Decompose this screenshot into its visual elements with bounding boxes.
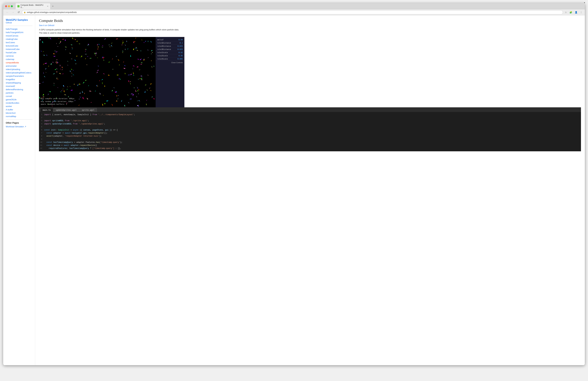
sidebar-item-renderBundles[interactable]: renderBundles (6, 102, 32, 104)
code-line-9: 9 (39, 138, 581, 141)
sidebar-item-computeBoids[interactable]: computeBoids (6, 61, 32, 64)
sidebar-item-normalMap[interactable]: normalMap (6, 115, 32, 117)
controls-panel: deltaT0.04rule1Distance0.1rule2Distance0… (156, 37, 184, 107)
line-number: 5 (39, 126, 44, 129)
boids-svg (39, 37, 156, 107)
code-line-10: 10 const hasTimestampQuery = adapter.fea… (39, 141, 581, 144)
sidebar-item-gameOfLife[interactable]: gameOfLife (6, 98, 32, 101)
file-tab-main.ts[interactable]: main.ts (40, 108, 53, 112)
sidebar-item-bitonicSort[interactable]: bitonicSort (6, 112, 32, 114)
control-value[interactable]: 0.1 (180, 42, 183, 44)
sidebar-item-animometer[interactable]: animometer (6, 65, 32, 67)
code-line-11: 11 const device = await adapter.requestD… (39, 144, 581, 147)
control-label: rule1Scale (157, 51, 168, 54)
url-bar[interactable]: 🔒 webgpu.github.io/webgpu-samples/sample… (22, 10, 563, 14)
control-label: rule3Distance (157, 48, 171, 50)
active-tab[interactable]: Compute Boids - WebGPU S... ✕ (15, 3, 50, 9)
compute-pass-stat: avg compute pass duration: 886µs (41, 97, 74, 100)
traffic-lights (5, 5, 13, 7)
page-content: WebGPU Samples Github helloTrianglehello… (3, 15, 585, 365)
control-label: rule2Distance (157, 45, 171, 47)
extensions-icon[interactable]: 🧩 (569, 10, 573, 14)
tab-favicon (17, 5, 20, 7)
bookmark-icon[interactable]: ☆ (564, 10, 567, 14)
file-tab-updateSprites.wgsl[interactable]: updateSprites.wgsl (54, 108, 79, 112)
line-number: 3 (39, 119, 44, 122)
sidebar-item-resizeCanvas[interactable]: resizeCanvas (6, 35, 32, 37)
line-number: 12 (39, 147, 44, 150)
profile-icon[interactable]: 👤 (574, 10, 578, 14)
code-lines: 1import { assert, makeSample, SampleInit… (39, 113, 581, 150)
sidebar-item-cubemap[interactable]: cubemap (6, 58, 32, 61)
control-row-rule3Scale: rule3Scale0.005 (156, 57, 184, 61)
workload-simulator-label: Workload Simulator (6, 125, 24, 128)
sidebar-item-samplerParameters[interactable]: samplerParameters (6, 75, 32, 77)
sidebar-item-instancedCube[interactable]: instancedCube (6, 48, 32, 50)
control-value[interactable]: 0.025 (178, 45, 183, 47)
line-content: import { assert, makeSample, SampleInit … (44, 113, 135, 116)
line-content (44, 138, 45, 141)
control-row-rule2Scale: rule2Scale0.05 (156, 54, 184, 57)
toolbar: ← → ↺ 🔒 webgpu.github.io/webgpu-samples/… (3, 9, 585, 15)
minimize-button[interactable] (8, 5, 10, 7)
sidebar-item-deferredRendering[interactable]: deferredRendering (6, 88, 32, 91)
sidebar-item-texturedCube[interactable]: texturedCube (6, 45, 32, 47)
new-tab-button[interactable]: + (51, 4, 55, 8)
control-value[interactable]: 0.05 (179, 55, 183, 57)
sidebar-item-twoCubes[interactable]: twoCubes (6, 41, 32, 44)
code-line-3: 3import spriteWGSL from './sprite.wgsl'; (39, 119, 581, 122)
file-tabs: main.tsupdateSprites.wgslsprite.wgsl (40, 108, 97, 112)
simulation-canvas: avg compute pass duration: 886µs avg ren… (39, 37, 156, 107)
tab-title: Compute Boids - WebGPU S... (21, 4, 45, 8)
sidebar-item-fractalCube[interactable]: fractalCube (6, 51, 32, 54)
external-link-icon: ↗ (24, 125, 26, 128)
code-line-7: 7 const adapter = await navigator.gpu.re… (39, 132, 581, 135)
line-number: 11 (39, 144, 44, 147)
see-on-github-link[interactable]: See it on Github! (39, 24, 581, 26)
lock-icon: 🔒 (24, 11, 26, 13)
maximize-button[interactable] (11, 5, 13, 7)
main-content: Compute Boids See it on Github! A GPU co… (35, 15, 585, 365)
workload-simulator-link[interactable]: Workload Simulator ↗ (6, 125, 32, 128)
control-value[interactable]: 0.02 (179, 51, 183, 54)
control-value[interactable]: 0.04 (179, 39, 183, 41)
sidebar-item-A-buffer[interactable]: A-buffer (6, 109, 32, 111)
line-content: const hasTimestampQuery = adapter.featur… (44, 141, 122, 144)
sidebar-title[interactable]: WebGPU Samples (6, 19, 28, 21)
sidebar-item-rotatingCube[interactable]: rotatingCube (6, 38, 32, 40)
control-label: deltaT (157, 39, 164, 41)
code-line-8: 8 assert(adapter, 'requestAdapter return… (39, 135, 581, 138)
sidebar-item-videoUploadingWebCodecs[interactable]: videoUploadingWebCodecs (6, 71, 32, 74)
sidebar-item-cornell[interactable]: cornell (6, 95, 32, 97)
sidebar-item-videoUploading[interactable]: videoUploading (6, 68, 32, 70)
forward-button[interactable]: → (11, 10, 15, 14)
sidebar-item-reversedZ[interactable]: reversedZ (6, 85, 32, 87)
line-number: 9 (39, 138, 44, 141)
sidebar-item-cameras[interactable]: cameras (6, 55, 32, 57)
control-row-rule1Distance: rule1Distance0.1 (156, 42, 184, 45)
line-content: requiredFeatures: hasTimestampQuery ? ['… (44, 147, 121, 150)
sidebar: WebGPU Samples Github helloTrianglehello… (3, 15, 35, 365)
back-button[interactable]: ← (5, 10, 10, 14)
sidebar-item-helloTriangleMSAA[interactable]: helloTriangleMSAA (6, 31, 32, 34)
file-tab-sprite.wgsl[interactable]: sprite.wgsl (79, 108, 97, 112)
close-button[interactable] (5, 5, 7, 7)
sidebar-item-shadowMapping[interactable]: shadowMapping (6, 82, 32, 84)
tab-close-icon[interactable]: ✕ (47, 5, 48, 7)
sidebar-item-imageBlur[interactable]: imageBlur (6, 78, 32, 81)
control-row-rule3Distance: rule3Distance0.025 (156, 48, 184, 51)
sidebar-divider-2 (6, 119, 32, 120)
browser-dropdown-icon[interactable]: ▼ (584, 3, 585, 4)
control-value[interactable]: 0.025 (178, 48, 183, 50)
sidebar-item-worker[interactable]: worker (6, 105, 32, 108)
reload-button[interactable]: ↺ (17, 10, 21, 14)
close-controls-button[interactable]: Close Controls (156, 61, 184, 65)
spare-readback-stat: spare readback buffers: 2 (41, 103, 74, 106)
menu-icon[interactable]: ⋮ (579, 10, 583, 14)
sidebar-item-helloTriangle[interactable]: helloTriangle (6, 28, 32, 30)
github-link[interactable]: Github (6, 22, 32, 24)
line-content: import updateSpritesWGSL from './updateS… (44, 123, 105, 126)
code-line-2: 2 (39, 116, 581, 119)
control-value[interactable]: 0.005 (178, 58, 183, 60)
sidebar-item-particles[interactable]: particles (6, 92, 32, 94)
